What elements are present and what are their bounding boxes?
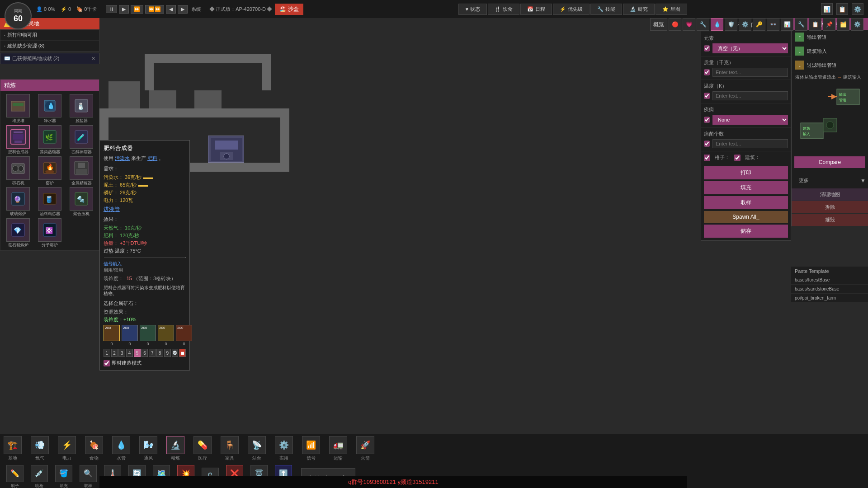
- building-fertilizer[interactable]: 肥料合成器: [3, 125, 33, 155]
- cat-furniture[interactable]: 🪑 家具: [221, 436, 239, 461]
- codex-icon-btn[interactable]: 📋: [836, 3, 848, 15]
- fast-btn[interactable]: ⏩: [131, 5, 143, 14]
- num-3[interactable]: 3: [118, 349, 125, 357]
- num-stop-icon[interactable]: ⏹: [179, 349, 186, 357]
- building-algae-distill[interactable]: 🌿 藻类蒸馏器: [35, 125, 65, 155]
- next-btn[interactable]: ▶: [178, 5, 188, 14]
- ore-item-1[interactable]: 200 0: [104, 325, 120, 346]
- building-glass-forge[interactable]: 🔮 玻璃熔炉: [3, 187, 33, 216]
- temp-input[interactable]: [712, 91, 788, 100]
- num-7[interactable]: 7: [149, 349, 156, 357]
- fill-button[interactable]: 填充: [704, 181, 788, 194]
- prev-btn[interactable]: ◀: [166, 5, 176, 14]
- tab-priority[interactable]: ⚡ 优先级: [553, 4, 590, 15]
- t2-pipe-icon[interactable]: 💧: [711, 18, 723, 31]
- desc-water[interactable]: 污染水: [115, 155, 130, 161]
- cat-base[interactable]: 🏗️ 基地: [4, 436, 22, 461]
- num-6[interactable]: 6: [142, 349, 148, 357]
- cat-utility[interactable]: ⚙️ 实用: [275, 436, 293, 461]
- germ-checkbox[interactable]: [704, 141, 710, 147]
- num-1[interactable]: 1: [104, 349, 110, 357]
- cat-power[interactable]: ⚡ 电力: [58, 436, 76, 461]
- action-fill[interactable]: 🪣 填充: [52, 465, 75, 488]
- t2-settings-icon[interactable]: ⚙️: [851, 18, 863, 31]
- num-5[interactable]: 5: [134, 349, 141, 357]
- disease-checkbox[interactable]: [704, 117, 710, 123]
- t2-heart-icon[interactable]: 💗: [683, 18, 695, 31]
- ore-icon-5[interactable]: 200: [176, 325, 192, 341]
- num-9[interactable]: 9: [164, 349, 171, 357]
- action-brush[interactable]: ✏️ 刷子: [4, 465, 26, 488]
- t2-chart-icon[interactable]: 📊: [781, 18, 793, 31]
- play-btn[interactable]: ▶: [119, 5, 129, 14]
- compare-button[interactable]: Compare: [794, 156, 865, 168]
- print-button[interactable]: 打印: [704, 166, 788, 179]
- building-metal-refinery[interactable]: 金属精炼器: [66, 156, 96, 186]
- cat-rocket[interactable]: 🚀 火箭: [356, 436, 374, 461]
- t2-health-icon[interactable]: 🔴: [669, 18, 681, 31]
- ore-icon-1[interactable]: 200: [104, 325, 120, 341]
- building-checkbox[interactable]: [734, 155, 741, 161]
- paste-item-1[interactable]: bases/forestBase: [791, 276, 868, 285]
- vacuum-dropdown[interactable]: 真空（无）: [712, 43, 788, 53]
- t2-key-icon[interactable]: 🔑: [753, 18, 765, 31]
- t2-eye-icon[interactable]: 👓: [767, 18, 779, 31]
- tab-food[interactable]: 🍴 饮食: [488, 4, 519, 15]
- mass-input[interactable]: [712, 68, 788, 77]
- ore-item-2[interactable]: 200 0: [122, 325, 138, 346]
- notif-new-print[interactable]: • 新打印物可用: [0, 30, 99, 41]
- action-sample[interactable]: 🔍 取样: [77, 465, 99, 488]
- desc-fertilizer[interactable]: 肥料: [147, 155, 157, 161]
- overview-btn[interactable]: 概览: [650, 18, 667, 31]
- num-8[interactable]: 8: [156, 349, 163, 357]
- cat-oxygen[interactable]: 💨 氧气: [31, 436, 49, 461]
- ore-icon-2[interactable]: 200: [122, 325, 138, 341]
- t2-wrench-icon[interactable]: 🔧: [697, 18, 709, 31]
- t2-gear-icon[interactable]: ⚙️: [739, 18, 751, 31]
- ore-item-3[interactable]: 200 0: [140, 325, 156, 346]
- building-oil-refinery[interactable]: 🛢️ 油料精炼器: [35, 187, 65, 216]
- pipe-input-link[interactable]: 进液管: [104, 206, 120, 212]
- num-2[interactable]: 2: [111, 349, 118, 357]
- t2-shield-icon[interactable]: 🛡️: [725, 18, 737, 31]
- destroy-button[interactable]: 摧毁: [792, 214, 868, 226]
- building-ethanol-distill[interactable]: 🧪 乙醇蒸馏器: [66, 125, 96, 155]
- t2-tool-icon[interactable]: 🔧: [795, 18, 807, 31]
- building-desalter[interactable]: 🧂 脱盐器: [66, 94, 96, 123]
- tab-research[interactable]: 🔬 研究: [623, 4, 655, 15]
- instant-build-checkbox[interactable]: [104, 360, 110, 366]
- building-rock-crusher[interactable]: 砾石机: [3, 156, 33, 186]
- pause-btn[interactable]: ⏸: [106, 5, 117, 13]
- cat-transport[interactable]: 🚛 运输: [329, 436, 347, 461]
- building-compost[interactable]: 堆肥堆: [3, 94, 33, 123]
- t2-folder-icon[interactable]: 🗂️: [837, 18, 849, 31]
- mass-checkbox[interactable]: [704, 69, 710, 75]
- cat-station[interactable]: 📡 站台: [248, 436, 266, 461]
- save-button[interactable]: 储存: [704, 225, 788, 238]
- demolish-button[interactable]: 拆除: [792, 201, 868, 214]
- grid-checkbox[interactable]: [704, 155, 710, 161]
- notif-resource-low[interactable]: • 建筑缺少资源 (8): [0, 41, 99, 52]
- t2-pin-icon[interactable]: 📌: [823, 18, 835, 31]
- ore-icon-3[interactable]: 200: [140, 325, 156, 341]
- tab-skills[interactable]: 🔧 技能: [590, 4, 622, 15]
- germ-input[interactable]: [712, 139, 788, 148]
- building-polymer-press[interactable]: 🔩 聚合压机: [66, 187, 96, 216]
- ore-icon-4[interactable]: 200: [158, 325, 174, 341]
- clear-map-button[interactable]: 清理地图: [792, 188, 868, 201]
- sandbox-button[interactable]: 🏖️ 沙盒: [275, 4, 303, 15]
- building-water-purifier[interactable]: 💧 净水器: [35, 94, 65, 123]
- paste-item-2[interactable]: bases/sandstoneBase: [791, 285, 868, 294]
- temp-checkbox[interactable]: [704, 93, 710, 99]
- t2-list-icon[interactable]: 📋: [809, 18, 821, 31]
- cat-signal[interactable]: 📶 信号: [302, 436, 320, 461]
- signal-label[interactable]: 信号输入: [104, 261, 122, 266]
- sample-button[interactable]: 取样: [704, 196, 788, 209]
- ore-item-5[interactable]: 200 0: [176, 325, 192, 346]
- more-button[interactable]: 更多: [794, 174, 813, 187]
- cat-food[interactable]: 🍖 食物: [85, 436, 103, 461]
- cat-refine[interactable]: 🔬 精炼: [166, 436, 184, 461]
- report-icon-btn[interactable]: 📊: [821, 3, 833, 15]
- cat-medical[interactable]: 💊 医疗: [193, 436, 212, 461]
- building-kiln[interactable]: 🔥 窑炉: [35, 156, 65, 186]
